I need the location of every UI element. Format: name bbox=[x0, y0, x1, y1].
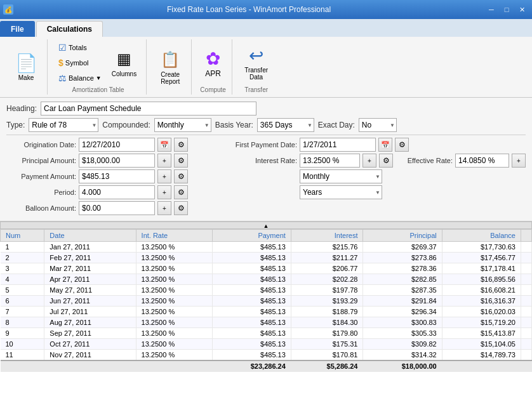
effective-rate-label: Effective Rate: bbox=[396, 157, 453, 164]
period-units-select-wrapper: Years Months bbox=[300, 185, 382, 199]
interest-rate-input[interactable] bbox=[300, 154, 360, 168]
columns-button[interactable]: ▦ Columns bbox=[107, 46, 141, 81]
app-icon: 💰 bbox=[3, 4, 13, 15]
cell-payment: $485.13 bbox=[212, 263, 291, 274]
period-plus-button[interactable]: + bbox=[157, 185, 171, 199]
totals-spacer bbox=[1, 360, 213, 372]
payment-amount-plus-button[interactable]: + bbox=[157, 169, 171, 183]
totals-principal: $18,000.00 bbox=[363, 360, 442, 372]
interest-rate-gear-button[interactable]: ⚙ bbox=[379, 154, 393, 168]
scroll-up-button[interactable]: ▲ bbox=[0, 221, 532, 229]
cell-spacer bbox=[521, 339, 532, 350]
principal-amount-plus-button[interactable]: + bbox=[157, 154, 171, 168]
type-select[interactable]: Rule of 78 Simple Interest US Rule bbox=[29, 118, 98, 132]
heading-label: Heading: bbox=[6, 104, 37, 113]
origination-date-gear-button[interactable]: ⚙ bbox=[174, 138, 188, 152]
cell-spacer bbox=[521, 296, 532, 307]
period-gear-button[interactable]: ⚙ bbox=[174, 185, 188, 199]
principal-amount-gear-button[interactable]: ⚙ bbox=[174, 154, 188, 168]
balloon-amount-row: Balloon Amount: + ⚙ bbox=[6, 201, 221, 215]
transfer-button[interactable]: ↩ TransferData bbox=[240, 42, 272, 84]
make-button[interactable]: 📄 Make bbox=[10, 50, 42, 84]
balloon-amount-input[interactable] bbox=[79, 201, 155, 215]
table-row: 11 Nov 27, 2011 13.2500 % $485.13 $170.8… bbox=[1, 350, 532, 361]
cell-balance: $15,413.87 bbox=[442, 328, 521, 339]
cell-principal: $314.32 bbox=[363, 350, 442, 361]
transfer-icon: ↩ bbox=[246, 45, 267, 65]
interest-rate-plus-button[interactable]: + bbox=[362, 154, 376, 168]
cell-rate: 13.2500 % bbox=[136, 242, 212, 253]
make-label: Make bbox=[18, 74, 34, 81]
compounded-select[interactable]: Monthly Daily Annually bbox=[154, 118, 211, 132]
cell-num: 2 bbox=[1, 253, 44, 263]
payment-frequency-row: Monthly Weekly Bi-weekly Semi-monthly bbox=[227, 169, 526, 183]
cell-date: Jul 27, 2011 bbox=[44, 307, 136, 317]
form-section: Origination Date: 📅 ⚙ Principal Amount: … bbox=[6, 138, 526, 217]
table-container[interactable]: Num Date Int. Rate Payment Interest Prin… bbox=[0, 229, 532, 403]
cell-rate: 13.2500 % bbox=[136, 296, 212, 307]
apr-button[interactable]: ✿ APR bbox=[201, 45, 225, 81]
minimize-button[interactable]: ─ bbox=[484, 3, 498, 17]
cell-date: Jan 27, 2011 bbox=[44, 242, 136, 253]
balance-button[interactable]: ⚖ Balance ▼ bbox=[55, 71, 105, 85]
period-units-select[interactable]: Years Months bbox=[300, 185, 382, 199]
col-header-principal: Principal bbox=[363, 230, 442, 242]
report-label: CreateReport bbox=[161, 71, 180, 85]
payment-frequency-select[interactable]: Monthly Weekly Bi-weekly Semi-monthly bbox=[300, 169, 382, 183]
payment-amount-label: Payment Amount: bbox=[6, 173, 76, 180]
effective-rate-input[interactable] bbox=[455, 154, 509, 168]
cell-principal: $305.33 bbox=[363, 328, 442, 339]
cell-balance: $17,456.77 bbox=[442, 253, 521, 263]
table-row: 8 Aug 27, 2011 13.2500 % $485.13 $184.30… bbox=[1, 317, 532, 328]
cell-balance: $17,730.63 bbox=[442, 242, 521, 253]
cell-interest: $175.31 bbox=[291, 339, 363, 350]
cell-rate: 13.2500 % bbox=[136, 263, 212, 274]
tab-calculations[interactable]: Calculations bbox=[36, 21, 103, 37]
form-area: Heading: Type: Rule of 78 Simple Interes… bbox=[0, 98, 532, 221]
form-left: Origination Date: 📅 ⚙ Principal Amount: … bbox=[6, 138, 221, 217]
balloon-amount-label: Balloon Amount: bbox=[6, 204, 76, 212]
payment-amount-input[interactable] bbox=[79, 169, 155, 183]
balloon-amount-plus-button[interactable]: + bbox=[157, 201, 171, 215]
col-header-scrollbar bbox=[521, 230, 532, 242]
basis-select[interactable]: 365 Days 360 Days Actual bbox=[257, 118, 314, 132]
table-row: 4 Apr 27, 2011 13.2500 % $485.13 $202.28… bbox=[1, 274, 532, 285]
cell-date: Feb 27, 2011 bbox=[44, 253, 136, 263]
cell-principal: $287.35 bbox=[363, 285, 442, 296]
origination-date-input[interactable] bbox=[79, 138, 155, 152]
table-row: 6 Jun 27, 2011 13.2500 % $485.13 $193.29… bbox=[1, 296, 532, 307]
exact-select[interactable]: No Yes bbox=[359, 118, 397, 132]
maximize-button[interactable]: □ bbox=[500, 3, 514, 17]
ribbon-tabs: File Calculations bbox=[0, 19, 532, 37]
type-row: Type: Rule of 78 Simple Interest US Rule… bbox=[6, 118, 526, 132]
create-report-button[interactable]: 📋 CreateReport bbox=[154, 46, 186, 88]
origination-date-calendar-button[interactable]: 📅 bbox=[157, 138, 171, 152]
effective-rate-plus-button[interactable]: + bbox=[512, 154, 526, 168]
totals-button[interactable]: ☑ Totals bbox=[55, 41, 105, 55]
cell-rate: 13.2500 % bbox=[136, 285, 212, 296]
title-bar-title: Fixed Rate Loan Series - WinAmort Profes… bbox=[13, 5, 484, 14]
principal-amount-row: Principal Amount: + ⚙ bbox=[6, 154, 221, 168]
period-input[interactable] bbox=[79, 185, 155, 199]
col-header-date: Date bbox=[44, 230, 136, 242]
period-units-row: Years Months bbox=[227, 185, 526, 199]
tab-file[interactable]: File bbox=[0, 21, 35, 37]
cell-payment: $485.13 bbox=[212, 328, 291, 339]
first-payment-date-input[interactable] bbox=[300, 138, 376, 152]
cell-date: Jun 27, 2011 bbox=[44, 296, 136, 307]
cell-payment: $485.13 bbox=[212, 296, 291, 307]
close-button[interactable]: ✕ bbox=[515, 3, 529, 17]
balloon-amount-gear-button[interactable]: ⚙ bbox=[174, 201, 188, 215]
cell-interest: $193.29 bbox=[291, 296, 363, 307]
cell-interest: $206.77 bbox=[291, 263, 363, 274]
heading-row: Heading: bbox=[6, 102, 526, 116]
principal-amount-input[interactable] bbox=[79, 154, 155, 168]
first-payment-date-gear-button[interactable]: ⚙ bbox=[395, 138, 409, 152]
apr-label: APR bbox=[205, 69, 221, 78]
symbol-button[interactable]: $ Symbol bbox=[55, 56, 105, 70]
col-header-balance: Balance bbox=[442, 230, 521, 242]
first-payment-date-calendar-button[interactable]: 📅 bbox=[378, 138, 392, 152]
cell-spacer bbox=[521, 274, 532, 285]
payment-amount-gear-button[interactable]: ⚙ bbox=[174, 169, 188, 183]
heading-input[interactable] bbox=[41, 102, 256, 116]
